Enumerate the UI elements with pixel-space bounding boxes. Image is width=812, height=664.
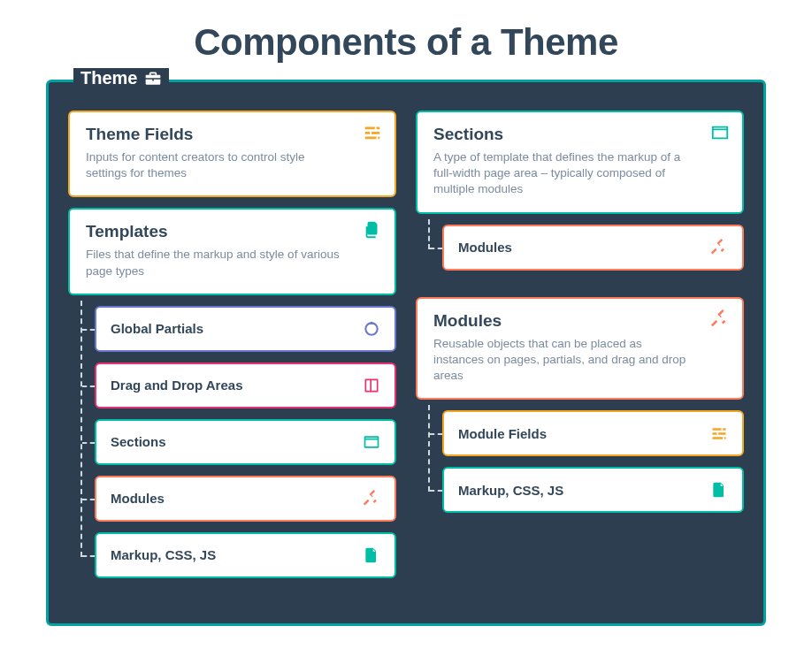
child-markup-under-modules: Markup, CSS, JS xyxy=(442,467,744,513)
tools-icon xyxy=(710,309,730,329)
tools-icon xyxy=(710,239,728,256)
theme-legend-label: Theme xyxy=(80,68,137,88)
child-global-partials: Global Partials xyxy=(95,306,396,352)
file-icon xyxy=(710,481,728,499)
child-module-fields: Module Fields xyxy=(442,410,744,456)
child-sections: Sections xyxy=(95,419,396,465)
child-label: Markup, CSS, JS xyxy=(111,547,216,562)
right-column: Sections A type of template that defines… xyxy=(416,111,744,602)
sections-desc: A type of template that defines the mark… xyxy=(433,149,726,198)
child-modules-under-sections: Modules xyxy=(442,225,744,271)
child-modules: Modules xyxy=(95,476,396,522)
layout-icon xyxy=(363,377,380,394)
window-icon xyxy=(363,433,380,451)
sliders-icon xyxy=(363,123,382,142)
theme-fields-desc: Inputs for content creators to control s… xyxy=(86,149,379,181)
child-drag-drop: Drag and Drop Areas xyxy=(95,363,396,408)
child-label: Module Fields xyxy=(458,426,547,441)
sections-title: Sections xyxy=(433,125,726,144)
sections-card: Sections A type of template that defines… xyxy=(416,111,744,214)
sections-children: Modules xyxy=(416,225,744,271)
modules-card: Modules Reusable objects that can be pla… xyxy=(416,297,744,401)
left-column: Theme Fields Inputs for content creators… xyxy=(68,111,396,602)
templates-card: Templates Files that define the markup a… xyxy=(68,208,396,294)
file-icon xyxy=(363,546,380,564)
child-markup: Markup, CSS, JS xyxy=(95,532,396,578)
tools-icon xyxy=(363,490,380,508)
modules-title: Modules xyxy=(433,311,726,331)
templates-children: Global Partials Drag and Drop Areas Sect… xyxy=(68,306,396,578)
child-label: Sections xyxy=(111,434,166,449)
child-label: Drag and Drop Areas xyxy=(111,378,242,393)
modules-desc: Reusable objects that can be placed as i… xyxy=(433,336,726,385)
child-label: Modules xyxy=(111,491,165,506)
circle-icon xyxy=(363,320,380,338)
window-icon xyxy=(710,123,730,142)
theme-legend: Theme xyxy=(73,68,169,88)
modules-children: Module Fields Markup, CSS, JS xyxy=(416,410,744,513)
templates-desc: Files that define the markup and style o… xyxy=(86,247,379,279)
theme-fields-title: Theme Fields xyxy=(86,125,379,144)
child-label: Global Partials xyxy=(111,321,203,336)
child-label: Modules xyxy=(458,240,512,255)
theme-fields-card: Theme Fields Inputs for content creators… xyxy=(68,111,396,197)
theme-panel: Theme Theme Fields Inputs for content cr… xyxy=(46,80,766,626)
child-label: Markup, CSS, JS xyxy=(458,483,563,498)
templates-title: Templates xyxy=(86,222,379,241)
briefcase-icon xyxy=(144,70,162,88)
files-icon xyxy=(363,220,382,240)
sliders-icon xyxy=(710,424,728,442)
